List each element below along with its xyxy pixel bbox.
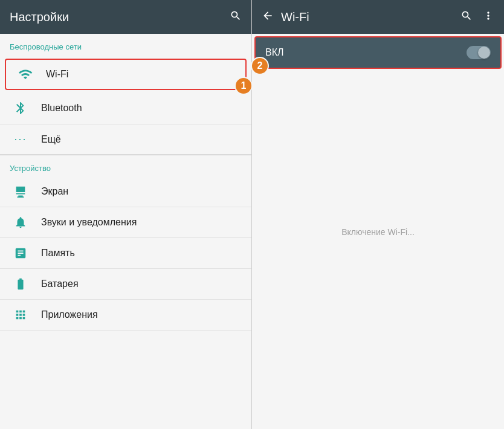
apps-item[interactable]: Приложения — [0, 300, 251, 331]
bluetooth-item[interactable]: Bluetooth — [0, 92, 251, 124]
toggle-row-wrapper: ВКЛ 2 — [254, 36, 502, 69]
sounds-item[interactable]: Звуки и уведомления — [0, 207, 251, 238]
more-item[interactable]: ··· Ещё — [0, 124, 251, 155]
apps-icon — [10, 308, 31, 321]
badge-2: 2 — [251, 57, 269, 75]
screen-item[interactable]: Экран — [0, 176, 251, 207]
wifi-icon — [15, 67, 36, 82]
left-header: Настройки — [0, 0, 251, 34]
more-vertical-icon[interactable] — [482, 10, 494, 25]
more-item-text: Ещё — [41, 134, 61, 145]
memory-icon — [10, 247, 31, 260]
right-header-left: Wi-Fi — [262, 10, 309, 25]
wifi-panel-title: Wi-Fi — [281, 10, 309, 24]
wifi-item[interactable]: Wi-Fi — [5, 59, 247, 90]
wifi-panel: Wi-Fi ВКЛ 2 Включение Wi-Fi... — [252, 0, 504, 429]
memory-item-text: Память — [41, 248, 75, 259]
bluetooth-icon — [10, 101, 31, 115]
apps-item-text: Приложения — [41, 309, 98, 320]
memory-item[interactable]: Память — [0, 238, 251, 269]
right-header: Wi-Fi — [252, 0, 504, 34]
wifi-loading-text: Включение Wi-Fi... — [341, 227, 415, 237]
right-header-icons — [460, 10, 494, 25]
badge-1: 1 — [234, 77, 253, 95]
settings-title: Настройки — [10, 10, 69, 24]
more-dots-icon: ··· — [10, 133, 31, 146]
wifi-toggle-row[interactable]: ВКЛ — [254, 36, 502, 69]
back-arrow-icon[interactable] — [262, 10, 274, 25]
wifi-search-icon[interactable] — [460, 10, 473, 25]
bluetooth-item-text: Bluetooth — [41, 103, 82, 114]
search-icon[interactable] — [230, 10, 242, 25]
battery-item[interactable]: Батарея — [0, 269, 251, 300]
device-section-header: Устройство — [0, 155, 251, 176]
wifi-toggle-label: ВКЛ — [265, 47, 284, 58]
battery-item-text: Батарея — [41, 279, 79, 289]
screen-icon — [10, 185, 31, 198]
wifi-loading-area: Включение Wi-Fi... — [252, 71, 504, 429]
wifi-item-wrapper: Wi-Fi 1 — [2, 57, 249, 91]
screen-item-text: Экран — [41, 186, 68, 197]
settings-panel: Настройки Беспроводные сети Wi-Fi 1 Blue… — [0, 0, 252, 429]
wifi-toggle-switch[interactable] — [467, 46, 491, 59]
left-header-icons — [230, 10, 242, 25]
sounds-item-text: Звуки и уведомления — [41, 217, 137, 228]
battery-icon — [10, 277, 31, 291]
bell-icon — [10, 216, 31, 229]
wifi-item-text: Wi-Fi — [46, 69, 68, 80]
wireless-section-header: Беспроводные сети — [0, 34, 251, 55]
